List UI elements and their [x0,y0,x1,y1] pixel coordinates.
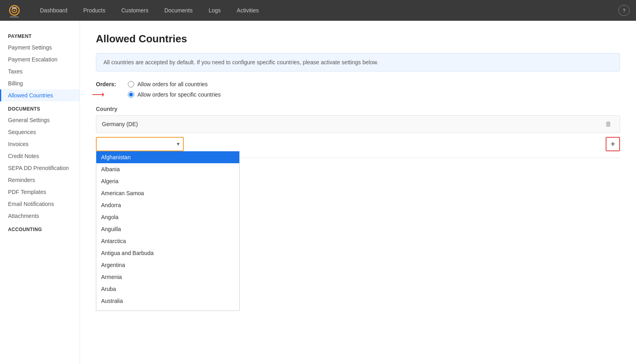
dropdown-item[interactable]: Australia [96,295,239,307]
sidebar-item-email-notifications[interactable]: Email Notifications [0,198,80,210]
sidebar-section-payment: PAYMENT [0,29,80,42]
dropdown-item[interactable]: Andorra [96,199,239,211]
nav-customers[interactable]: Customers [113,0,157,21]
dropdown-item[interactable]: Angola [96,211,239,223]
dropdown-item[interactable]: Argentina [96,259,239,271]
dropdown-item[interactable]: American Samoa [96,187,239,199]
help-button[interactable]: ? [618,5,630,16]
sidebar: PAYMENT Payment Settings Payment Escalat… [0,21,80,364]
orders-row-specific: ⟶ Allow orders for specific countries [96,91,620,98]
dropdown-row: ▼ AfghanistanAlbaniaAlgeriaAmerican Samo… [96,137,620,151]
sidebar-item-pdf-templates[interactable]: PDF Templates [0,186,80,198]
radio-all-countries[interactable] [128,81,134,87]
nav-links: Dashboard Products Customers Documents L… [32,0,618,21]
country-row-germany: Germany (DE) 🗑 [96,115,620,133]
page-title: Allowed Countries [96,33,620,45]
sidebar-item-general-settings[interactable]: General Settings [0,114,80,126]
sidebar-item-credit-notes[interactable]: Credit Notes [0,150,80,162]
sidebar-item-payment-settings[interactable]: Payment Settings [0,42,80,53]
radio-option-specific[interactable]: Allow orders for specific countries [128,91,221,98]
sidebar-item-taxes[interactable]: Taxes [0,65,80,77]
sidebar-section-documents: DOCUMENTS [0,101,80,114]
svg-point-3 [14,10,15,11]
red-arrow-icon: ⟶ [92,89,105,100]
orders-row-all: Orders: Allow orders for all countries [96,81,620,87]
country-select-wrapper: ▼ AfghanistanAlbaniaAlgeriaAmerican Samo… [96,137,184,151]
radio-specific-countries[interactable] [128,91,134,98]
sidebar-item-reminders[interactable]: Reminders [0,174,80,186]
country-col-label: Country [96,106,620,112]
main-content: Allowed Countries All countries are acce… [80,21,636,364]
delete-germany-button[interactable]: 🗑 [603,120,614,129]
sidebar-item-billing[interactable]: Billing [0,77,80,89]
billwerk-logo: sandbox bw [6,2,22,18]
country-section: Country Germany (DE) 🗑 ▼ AfghanistanAlba… [96,106,620,176]
sidebar-item-attachments[interactable]: Attachments [0,210,80,222]
orders-section: Orders: Allow orders for all countries ⟶… [96,81,620,98]
nav-activities[interactable]: Activities [229,0,267,21]
nav-products[interactable]: Products [76,0,113,21]
country-dropdown-list[interactable]: AfghanistanAlbaniaAlgeriaAmerican SamoaA… [96,151,240,311]
svg-text:sandbox: sandbox [10,16,19,18]
dropdown-item[interactable]: Algeria [96,175,239,187]
svg-text:bw: bw [12,6,17,10]
nav-documents[interactable]: Documents [156,0,201,21]
radio-option-all[interactable]: Allow orders for all countries [128,81,208,87]
sidebar-item-payment-escalation[interactable]: Payment Escalation [0,53,80,65]
dropdown-item[interactable]: Albania [96,163,239,175]
dropdown-item[interactable]: Afghanistan [96,151,239,163]
country-germany: Germany (DE) [102,121,603,127]
sidebar-item-allowed-countries[interactable]: Allowed Countries [0,89,80,101]
info-banner: All countries are accepted by default. I… [96,53,620,71]
logo-area: sandbox bw [6,2,22,18]
radio-all-label: Allow orders for all countries [137,81,208,87]
radio-specific-label: Allow orders for specific countries [137,91,221,98]
dropdown-item[interactable]: Austria [96,307,239,311]
dropdown-item[interactable]: Armenia [96,271,239,283]
dropdown-item[interactable]: Aruba [96,283,239,295]
page-layout: PAYMENT Payment Settings Payment Escalat… [0,21,636,364]
sidebar-item-invoices[interactable]: Invoices [0,138,80,150]
nav-dashboard[interactable]: Dashboard [32,0,76,21]
dropdown-item[interactable]: Antarctica [96,235,239,247]
orders-label: Orders: [96,81,128,87]
sidebar-item-sepa-dd[interactable]: SEPA DD Prenotification [0,162,80,174]
dropdown-item[interactable]: Antigua and Barbuda [96,247,239,259]
add-country-button[interactable]: + [606,137,620,151]
dropdown-item[interactable]: Anguilla [96,223,239,235]
sidebar-item-sequences[interactable]: Sequences [0,126,80,138]
top-navigation: sandbox bw Dashboard Products Customers … [0,0,636,21]
nav-logs[interactable]: Logs [201,0,229,21]
country-select[interactable] [96,137,184,151]
sidebar-section-accounting: ACCOUNTING [0,222,80,235]
